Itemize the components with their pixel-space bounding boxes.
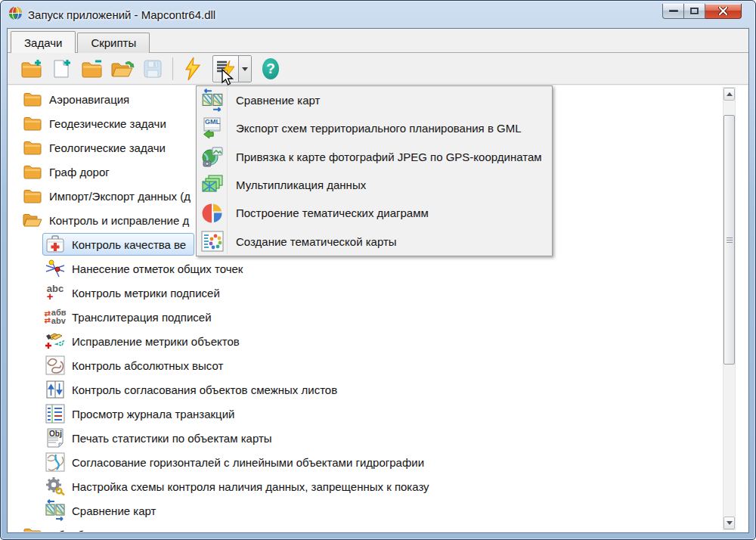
folder-icon: [23, 113, 42, 133]
folder-icon: [23, 162, 42, 182]
minimize-button[interactable]: [662, 4, 684, 19]
lightning-icon: [184, 57, 202, 81]
gear-key-icon: [45, 476, 65, 496]
pie-chart-icon: [201, 202, 224, 225]
category-label: Контроль и исправление д: [49, 214, 189, 227]
task-transaction-log-view[interactable]: Просмотр журнала транзакций: [8, 402, 722, 426]
tab-scripts[interactable]: Скрипты: [77, 33, 150, 53]
menu-item-label: Сравнение карт: [236, 94, 320, 107]
flashlight-icon: [45, 331, 65, 351]
window-title: Запуск приложений - Mapcontr64.dll: [28, 8, 215, 21]
help-button[interactable]: ?: [258, 56, 284, 82]
task-label-metrics-control[interactable]: abc + Контроль метрики подписей: [8, 281, 722, 305]
task-label: Сравнение карт: [72, 504, 156, 517]
red-arrows-icon: ⇄⇄: [44, 310, 50, 324]
task-label: Согласование горизонталей с линейными об…: [72, 456, 424, 469]
open-button[interactable]: [107, 55, 138, 82]
toolbar-separator: [172, 57, 173, 80]
menu-item-compare-maps[interactable]: Сравнение карт: [197, 86, 552, 114]
task-label: Печать статистики по объектам карты: [72, 432, 272, 445]
app-window: Запуск приложений - Mapcontr64.dll Задач…: [0, 0, 756, 540]
question-glyph: ?: [266, 61, 275, 77]
remove-folder-button[interactable]: [77, 55, 107, 82]
folder-icon: [23, 525, 42, 532]
common-points-icon: [45, 259, 65, 278]
scroll-up-button[interactable]: [723, 88, 735, 101]
task-compare-maps[interactable]: Сравнение карт: [8, 498, 722, 523]
folder-icon: [23, 186, 42, 206]
task-contours-hydro-matching[interactable]: Согласование горизонталей с линейными об…: [8, 450, 722, 474]
compare-maps-icon: [45, 501, 65, 520]
latin-text: abv: [51, 316, 66, 325]
adjacent-sheets-icon: [45, 380, 65, 399]
menu-item-gml-export[interactable]: GML Экспорт схем территориального планир…: [197, 114, 552, 142]
thumb-grip-icon: [727, 237, 733, 243]
category-label: Геодезические задачи: [49, 117, 166, 130]
task-absolute-heights-control[interactable]: Контроль абсолютных высот: [8, 353, 722, 377]
scroll-up-icon: [727, 92, 733, 96]
maximize-icon: [690, 8, 699, 14]
menu-item-label: Построение тематических диаграмм: [236, 206, 429, 219]
task-label: Контроль согласования объектов смежных л…: [72, 383, 337, 396]
vertical-scrollbar[interactable]: [723, 87, 736, 530]
run-task-button[interactable]: [178, 55, 208, 82]
title-bar[interactable]: Запуск приложений - Mapcontr64.dll: [1, 1, 755, 28]
menu-item-thematic-map[interactable]: Создание тематической карты: [197, 228, 552, 256]
tab-bar: Задачи Скрипты: [8, 29, 748, 53]
question-circle-icon: ?: [262, 58, 279, 79]
scroll-down-button[interactable]: [723, 517, 735, 529]
task-common-points[interactable]: Нанесение отметок общих точек: [8, 256, 722, 281]
close-icon: [718, 7, 728, 15]
run-applications-dropdown-menu: Сравнение карт GML Экспорт схем территор…: [196, 85, 553, 256]
category-label: Граф дорог: [49, 166, 110, 178]
add-folder-button[interactable]: [17, 55, 47, 82]
task-label: Контроль абсолютных высот: [72, 359, 223, 372]
file-plus-icon: [51, 58, 73, 79]
plus-glyph: +: [47, 290, 54, 303]
menu-item-label: Привязка к карте фотографий JPEG по GPS-…: [236, 151, 542, 163]
selected-item-highlight[interactable]: Контроль качества ве: [42, 233, 194, 256]
run-applications-split-button[interactable]: [212, 55, 252, 82]
task-label: Контроль метрики подписей: [72, 287, 220, 299]
task-label: Исправление метрики объектов: [72, 335, 240, 348]
scrollbar-thumb[interactable]: [723, 115, 735, 365]
task-object-metrics-fix[interactable]: Исправление метрики объектов: [8, 329, 722, 353]
menu-item-thematic-diagrams[interactable]: Построение тематических диаграмм: [197, 199, 552, 227]
task-label: Контроль качества ве: [72, 238, 186, 251]
close-button[interactable]: [705, 4, 742, 19]
run-applications-dropdown-button[interactable]: [238, 56, 251, 82]
tab-scripts-label: Скрипты: [91, 36, 136, 49]
globe-photo-icon: [201, 145, 224, 168]
task-object-statistics-print[interactable]: Obj Печать статистики по объектам карты: [8, 426, 722, 450]
run-applications-button[interactable]: [213, 56, 238, 82]
floppy-disk-icon: [143, 59, 163, 79]
task-label: Нанесение отметок общих точек: [72, 262, 243, 275]
task-label: Настройка схемы контроля наличия данных,…: [72, 480, 429, 493]
obj-text: Obj: [49, 430, 62, 438]
transliteration-icon: ⇄⇄ абвabv: [45, 307, 65, 327]
task-adjacent-sheets-control[interactable]: Контроль согласования объектов смежных л…: [8, 377, 722, 402]
gml-text: GML: [205, 118, 220, 126]
folder-icon: [23, 138, 42, 157]
task-forbidden-data-scheme-setup[interactable]: Настройка схемы контроля наличия данных,…: [8, 474, 722, 498]
first-aid-icon: [45, 234, 65, 254]
folder-icon: [23, 89, 42, 109]
menu-item-data-multiplication[interactable]: Мультипликация данных: [197, 171, 552, 199]
contours-river-icon: [45, 452, 65, 472]
add-item-button[interactable]: [47, 55, 77, 82]
tab-tasks[interactable]: Задачи: [11, 31, 76, 53]
folder-open-icon: [23, 210, 42, 230]
task-transliteration[interactable]: ⇄⇄ абвabv Транслитерация подписей: [8, 305, 722, 329]
menu-item-label: Мультипликация данных: [236, 178, 366, 191]
category-label: Импорт/Экспорт данных (д: [49, 190, 191, 203]
scroll-down-icon: [727, 521, 733, 525]
gml-export-icon: GML: [201, 117, 224, 140]
menu-item-label: Создание тематической карты: [236, 235, 397, 248]
thematic-map-icon: [201, 230, 224, 253]
menu-item-jpeg-gps-binding[interactable]: Привязка к карте фотографий JPEG по GPS-…: [197, 143, 552, 171]
save-button[interactable]: [138, 55, 168, 82]
object-stats-icon: Obj: [45, 428, 65, 448]
menu-item-label: Экспорт схем территориального планирован…: [236, 122, 522, 135]
maximize-button[interactable]: [684, 4, 705, 19]
category-data-processing[interactable]: Обработка данных: [8, 523, 722, 532]
